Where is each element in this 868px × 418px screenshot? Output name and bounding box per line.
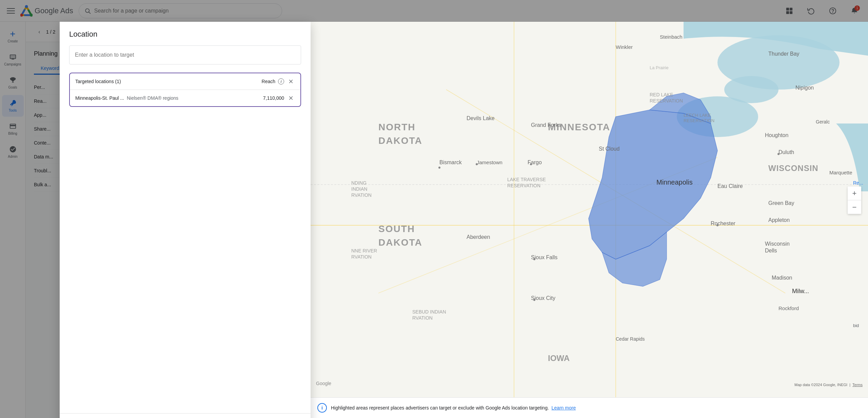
svg-text:Madison: Madison: [772, 275, 792, 281]
targeted-header: Targeted locations (1) Reach i: [70, 73, 300, 90]
map-info-icon: i: [317, 403, 327, 413]
location-modal: Location Targeted locations (1) Reach i: [60, 22, 311, 418]
svg-text:Marquette: Marquette: [829, 170, 852, 175]
svg-text:Aberdeen: Aberdeen: [467, 234, 490, 240]
svg-point-76: [438, 167, 440, 169]
svg-text:Minneapolis: Minneapolis: [656, 178, 693, 186]
svg-text:Google: Google: [316, 381, 331, 386]
google-watermark: Google: [316, 380, 336, 387]
svg-text:St Cloud: St Cloud: [599, 146, 619, 152]
map-info-text: Highlighted areas represent places adver…: [331, 405, 576, 411]
terms-link[interactable]: Terms: [852, 383, 863, 387]
svg-text:bid: bid: [853, 323, 859, 328]
svg-point-77: [476, 163, 478, 165]
svg-text:LEECH LAKE: LEECH LAKE: [684, 113, 711, 118]
zoom-out-button[interactable]: −: [848, 200, 861, 214]
svg-text:NDING: NDING: [351, 180, 367, 186]
svg-text:SEBUD INDIAN: SEBUD INDIAN: [412, 309, 446, 315]
location-name: Minneapolis-St. Paul ...: [75, 95, 124, 101]
svg-point-17: [724, 76, 778, 103]
svg-text:IOWA: IOWA: [548, 354, 570, 363]
targeted-locations-close[interactable]: [287, 77, 295, 86]
svg-text:Appleton: Appleton: [768, 217, 790, 223]
svg-text:DAKOTA: DAKOTA: [378, 135, 422, 146]
svg-text:SOUTH: SOUTH: [378, 224, 415, 234]
svg-text:Green Bay: Green Bay: [768, 200, 794, 206]
svg-text:INDIAN: INDIAN: [351, 186, 367, 192]
location-input-wrapper: [69, 45, 301, 64]
svg-text:Grand Forks: Grand Forks: [531, 122, 561, 128]
zoom-in-button[interactable]: +: [848, 186, 861, 200]
targeted-location-row: Minneapolis-St. Paul ... Nielsen® DMA® r…: [70, 90, 300, 106]
svg-text:NNE RIVER: NNE RIVER: [351, 248, 377, 253]
svg-text:Devils Lake: Devils Lake: [467, 115, 495, 121]
svg-text:RVATION: RVATION: [412, 315, 433, 321]
learn-more-link[interactable]: Learn more: [552, 405, 576, 411]
modal-title: Location: [69, 30, 301, 39]
reach-value: 7,110,000: [263, 95, 284, 101]
svg-text:Jamestown: Jamestown: [477, 159, 502, 165]
targeted-header-right: Reach i: [262, 77, 295, 86]
modal-body: Targeted locations (1) Reach i Minneapol…: [60, 45, 311, 413]
modal-overlay: Location Targeted locations (1) Reach i: [0, 0, 868, 418]
map-zoom-controls: + −: [848, 186, 861, 214]
svg-text:Milw...: Milw...: [792, 288, 809, 294]
svg-text:Winkler: Winkler: [616, 44, 633, 50]
targeted-locations-label: Targeted locations (1): [75, 79, 121, 84]
svg-text:Steinbach: Steinbach: [660, 34, 683, 40]
svg-text:RVATION: RVATION: [351, 254, 372, 260]
svg-text:Duluth: Duluth: [778, 149, 794, 155]
svg-text:Rochester: Rochester: [711, 221, 736, 226]
map-svg: NORTH DAKOTA MINNESOTA SOUTH DAKOTA WISC…: [311, 22, 868, 418]
targeted-locations-box: Targeted locations (1) Reach i Minneapol…: [69, 73, 301, 107]
svg-text:Houghton: Houghton: [765, 132, 788, 138]
svg-text:Wisconsin: Wisconsin: [765, 241, 790, 247]
svg-text:RESERVATION: RESERVATION: [650, 98, 683, 103]
svg-text:Rockford: Rockford: [778, 305, 799, 311]
close-icon: [288, 78, 294, 84]
svg-text:Nipigon: Nipigon: [795, 85, 814, 91]
modal-header: Location: [60, 22, 311, 45]
svg-text:Thunder Bay: Thunder Bay: [768, 51, 800, 57]
google-logo-icon: Google: [316, 380, 336, 387]
svg-point-75: [530, 163, 532, 165]
svg-text:La Prairie: La Prairie: [650, 65, 669, 70]
modal-footer: Cancel Save: [60, 413, 311, 418]
svg-text:RESERVATION: RESERVATION: [507, 183, 540, 188]
reach-label: Reach: [262, 79, 275, 84]
svg-text:Dells: Dells: [765, 248, 777, 253]
svg-text:LAKE TRAVERSE: LAKE TRAVERSE: [507, 177, 546, 182]
svg-point-79: [533, 299, 535, 301]
location-search-input[interactable]: [69, 45, 301, 64]
map-area: NORTH DAKOTA MINNESOTA SOUTH DAKOTA WISC…: [311, 22, 868, 418]
svg-text:Cedar Rapids: Cedar Rapids: [616, 336, 645, 342]
svg-point-80: [716, 224, 718, 226]
map-info-bar: i Highlighted areas represent places adv…: [311, 397, 868, 418]
svg-text:Eau Claire: Eau Claire: [717, 183, 743, 189]
svg-text:Bismarck: Bismarck: [439, 159, 462, 165]
svg-text:DAKOTA: DAKOTA: [378, 237, 422, 248]
location-row-remove[interactable]: [287, 94, 295, 102]
remove-location-icon: [288, 95, 294, 101]
svg-text:WISCONSIN: WISCONSIN: [768, 164, 818, 173]
region-type: Nielsen® DMA® regions: [127, 95, 260, 101]
svg-text:Re...: Re...: [853, 180, 863, 186]
svg-text:Fargo: Fargo: [528, 159, 542, 165]
svg-text:NORTH: NORTH: [378, 122, 416, 132]
svg-text:RVATION: RVATION: [351, 192, 372, 198]
svg-text:RED LAKE: RED LAKE: [650, 92, 673, 97]
reach-info-icon[interactable]: i: [278, 78, 284, 84]
svg-text:RESERVATION: RESERVATION: [684, 118, 714, 123]
map-attribution: Map data ©2024 Google, INEGI | Terms: [794, 383, 863, 387]
svg-point-78: [533, 258, 535, 260]
svg-point-81: [777, 153, 780, 155]
svg-text:Geralc: Geralc: [816, 119, 830, 125]
